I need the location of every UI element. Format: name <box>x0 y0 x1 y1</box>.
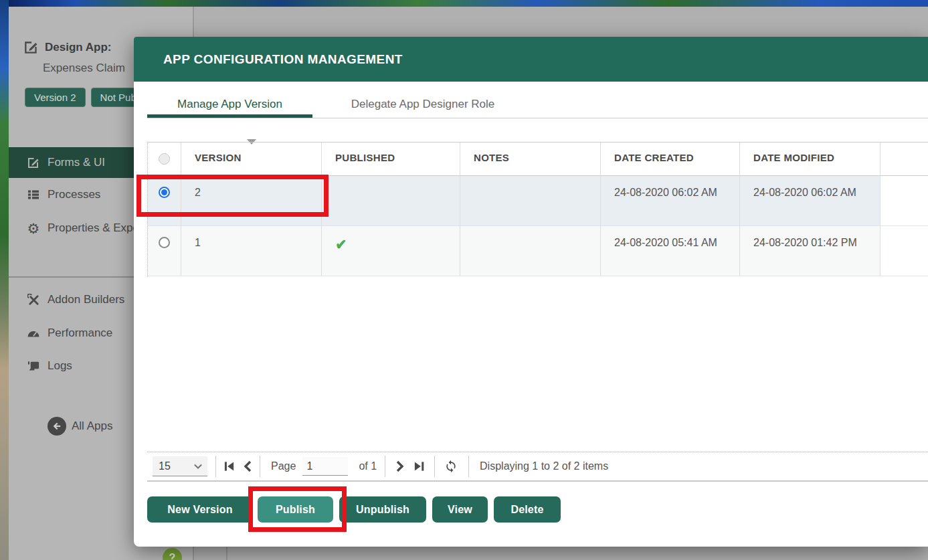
sidebar-item-label: Processes <box>48 188 100 201</box>
pagination-status: Displaying 1 to 2 of 2 items <box>480 460 608 472</box>
background-panel-edge <box>226 547 227 560</box>
cell-date-created: 24-08-2020 05:41 AM <box>601 226 740 276</box>
publish-button[interactable]: Publish <box>258 496 333 523</box>
cell-version[interactable]: 2 <box>181 176 322 226</box>
column-header-notes[interactable]: NOTES <box>460 143 601 176</box>
sidebar-item-label: Addon Builders <box>48 293 124 306</box>
page-size-select[interactable]: 15 <box>153 456 207 476</box>
cell-date-modified: 24-08-2020 01:42 PM <box>740 226 880 276</box>
chevron-down-icon <box>193 462 203 470</box>
sidebar-item-label: Logs <box>48 359 72 373</box>
cell-date-created: 24-08-2020 06:02 AM <box>601 176 740 226</box>
next-page-icon[interactable] <box>395 460 405 472</box>
arrow-left-circle-icon <box>48 417 66 436</box>
logs-icon <box>25 360 41 373</box>
column-header-empty <box>880 143 928 176</box>
separator <box>468 456 469 477</box>
design-app-heading: Design App: <box>23 40 111 54</box>
column-header-published[interactable]: PUBLISHED <box>322 143 460 176</box>
refresh-icon[interactable] <box>444 460 458 473</box>
unpublish-button[interactable]: Unpublish <box>339 496 426 523</box>
versions-table: VERSION PUBLISHED NOTES DATE CREATED DAT… <box>147 142 928 276</box>
cell-notes <box>460 226 601 276</box>
pagination-bar: 15 Page of 1 <box>147 452 928 482</box>
cell-empty <box>880 226 928 276</box>
app-root: Design App: Expenses Claim Version 2 Not… <box>0 0 928 560</box>
page-size-value: 15 <box>159 460 171 472</box>
column-header-date-modified[interactable]: DATE MODIFIED <box>740 143 880 176</box>
tachometer-icon <box>25 326 41 340</box>
view-button[interactable]: View <box>432 496 488 523</box>
page-number-input[interactable] <box>302 457 348 476</box>
cell-version[interactable]: 1 <box>181 226 322 276</box>
radio-selected-icon[interactable] <box>159 187 170 198</box>
table-row-radio[interactable] <box>148 176 181 226</box>
new-version-button[interactable]: New Version <box>147 496 253 523</box>
background-photo <box>0 0 9 560</box>
separator <box>434 456 435 477</box>
version-badge: Version 2 <box>25 88 86 107</box>
tab-delegate-app-designer-role[interactable]: Delegate App Designer Role <box>312 90 533 118</box>
radio-header-icon <box>159 153 170 165</box>
column-header-version[interactable]: VERSION <box>181 143 322 176</box>
table-row-radio[interactable] <box>148 226 181 276</box>
design-app-label: Design App: <box>45 41 111 54</box>
cell-published: ✔ <box>322 226 460 276</box>
edit-icon <box>25 157 41 169</box>
last-page-icon[interactable] <box>413 460 425 472</box>
cell-date-modified: 24-08-2020 06:02 AM <box>740 176 880 226</box>
cell-published <box>322 176 460 226</box>
app-configuration-modal: APP CONFIGURATION MANAGEMENT Manage App … <box>134 37 928 547</box>
list-icon <box>25 189 41 201</box>
gear-icon: ⚙ <box>25 221 41 236</box>
cell-empty <box>880 176 928 226</box>
select-all-header <box>148 143 181 176</box>
tools-icon <box>25 294 41 306</box>
modal-title: APP CONFIGURATION MANAGEMENT <box>134 37 928 82</box>
sidebar-item-label: Performance <box>48 326 112 340</box>
tab-manage-app-version[interactable]: Manage App Version <box>147 90 312 118</box>
edit-icon <box>23 40 39 54</box>
column-header-date-created[interactable]: DATE CREATED <box>601 143 740 176</box>
all-apps-label: All Apps <box>72 419 112 433</box>
previous-page-icon[interactable] <box>242 460 253 472</box>
cell-notes <box>460 176 601 226</box>
total-pages-label: of 1 <box>359 460 377 472</box>
page-label: Page <box>271 460 296 472</box>
sidebar-item-label: Properties & Export <box>48 221 146 235</box>
check-icon: ✔ <box>335 236 347 252</box>
radio-unselected-icon[interactable] <box>159 237 170 248</box>
app-name: Expenses Claim <box>43 62 125 75</box>
separator <box>385 456 385 477</box>
sidebar-item-all-apps[interactable]: All Apps <box>48 417 112 436</box>
modal-tabs: Manage App Version Delegate App Designer… <box>147 90 533 118</box>
tabs-baseline <box>147 118 928 118</box>
first-page-icon[interactable] <box>223 460 235 472</box>
separator <box>215 456 216 477</box>
sidebar-item-label: Forms & UI <box>48 156 105 169</box>
delete-button[interactable]: Delete <box>494 496 561 523</box>
separator <box>260 456 260 477</box>
